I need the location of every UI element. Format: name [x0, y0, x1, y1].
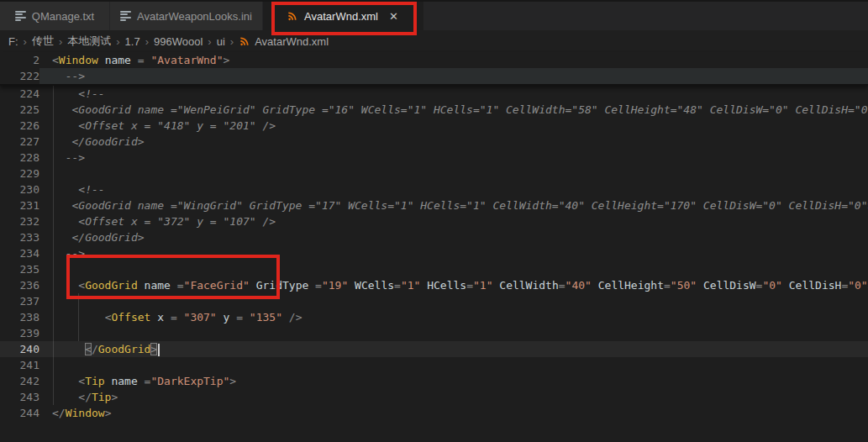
line-content[interactable]: </Tip>: [39, 389, 868, 405]
breadcrumb-item[interactable]: 1.7: [125, 35, 140, 48]
code-token: name: [105, 54, 131, 66]
tab-avatarwnd-xml[interactable]: AvatarWnd.xml✕: [263, 2, 424, 30]
code-token: >: [111, 391, 118, 403]
line-content[interactable]: <Offset x = "372" y = "107" />: [39, 213, 868, 229]
chevron-right-icon: ›: [207, 35, 212, 48]
code-token: x: [157, 311, 164, 324]
line-content[interactable]: [39, 293, 868, 309]
line-content[interactable]: [39, 261, 868, 277]
xml-file-icon: [239, 35, 250, 47]
line-content[interactable]: [39, 325, 868, 341]
line-content[interactable]: <Window name = "AvatarWnd">: [39, 52, 868, 68]
code-token: >: [105, 407, 112, 419]
code-token: </: [52, 407, 66, 419]
code-token: "19": [322, 279, 348, 292]
line-content[interactable]: </GoodGrid>: [39, 229, 868, 245]
code-token: Window: [66, 407, 105, 419]
tab-qmanage-txt[interactable]: QManage.txt: [0, 2, 110, 30]
breadcrumb-item-label: ui: [217, 35, 225, 48]
code-line-237: 237: [0, 293, 868, 309]
line-content[interactable]: <!--: [39, 86, 868, 102]
code-token: [250, 279, 256, 292]
line-content[interactable]: <Offset x = "418" y = "201" />: [39, 118, 868, 134]
breadcrumb-item[interactable]: 996Woool: [154, 35, 203, 48]
comment-text: -->: [52, 151, 85, 164]
tab-avatarweaponlooks-ini[interactable]: AvatarWeaponLooks.ini: [110, 2, 263, 30]
line-content[interactable]: <GoodGrid name ="FaceGrid" GridType ="19…: [39, 277, 868, 293]
code-token: /: [92, 343, 98, 355]
line-number: 240: [0, 341, 39, 357]
line-content[interactable]: -->: [39, 150, 868, 166]
line-number: 238: [0, 309, 39, 325]
code-token: />: [282, 311, 302, 324]
code-token: "0": [762, 279, 781, 292]
line-number: 222: [0, 68, 39, 84]
chevron-right-icon: ›: [115, 35, 120, 48]
line-content[interactable]: <!--: [39, 182, 868, 197]
line-content[interactable]: [39, 166, 868, 182]
line-content[interactable]: -->: [39, 245, 868, 261]
breadcrumb-item[interactable]: F:: [8, 35, 18, 48]
code-token: [98, 54, 105, 66]
code-line-231: 231 <GoodGrid name ="WingGrid" GridType …: [0, 197, 868, 213]
code-token: HCells: [427, 279, 466, 292]
code-token: =: [229, 311, 249, 324]
code-token: [52, 375, 78, 387]
code-token: CellWidth: [499, 279, 558, 292]
comment-text: <Offset x = "372" y = "107" />: [52, 215, 276, 228]
line-number: 243: [0, 389, 39, 405]
code-token: [52, 343, 85, 355]
line-content[interactable]: <GoodGrid name ="WingGrid" GridType ="17…: [39, 197, 868, 213]
code-token: Tip: [92, 391, 111, 403]
xml-file-icon: [287, 10, 298, 22]
code-token: =: [559, 279, 566, 292]
code-line-243: 243 </Tip>: [0, 389, 868, 405]
code-token: <: [78, 279, 85, 292]
code-token: "1": [401, 279, 420, 292]
breadcrumb-item[interactable]: ui: [217, 35, 225, 48]
tab-label: AvatarWnd.xml: [304, 10, 378, 23]
bracket-match: <: [85, 343, 92, 355]
comment-text: <!--: [52, 183, 105, 196]
comment-text: <!--: [52, 87, 105, 100]
code-token: GridType: [256, 279, 309, 292]
line-content[interactable]: <Offset x = "307" y = "135" />: [39, 309, 868, 325]
breadcrumb-item-label: 传世: [32, 34, 54, 47]
line-number: 226: [0, 118, 39, 134]
breadcrumb-item[interactable]: 本地测试: [67, 34, 111, 49]
line-number: 237: [0, 293, 39, 309]
line-content[interactable]: <GoodGrid name ="WenPeiGrid" GridType ="…: [39, 102, 868, 118]
chevron-right-icon: ›: [23, 35, 28, 48]
line-content[interactable]: </GoodGrid>: [39, 134, 868, 150]
line-content[interactable]: </GoodGrid>: [39, 341, 868, 357]
line-content[interactable]: [39, 357, 868, 373]
code-line-226: 226 <Offset x = "418" y = "201" />: [0, 118, 868, 134]
code-line-230: 230 <!--: [0, 182, 868, 197]
comment-text: <GoodGrid name ="WingGrid" GridType ="17…: [52, 199, 868, 212]
line-content[interactable]: </Window>: [39, 405, 868, 421]
breadcrumb-item[interactable]: AvatarWnd.xml: [239, 35, 329, 48]
comment-text: <Offset x = "418" y = "201" />: [52, 119, 276, 132]
code-line-241: 241: [0, 357, 868, 373]
code-line-227: 227 </GoodGrid>: [0, 134, 868, 150]
code-token: [782, 279, 789, 292]
code-line-239: 239: [0, 325, 868, 341]
code-line-2: 2<Window name = "AvatarWnd">: [0, 52, 868, 68]
line-content[interactable]: <Tip name ="DarkExpTip">: [39, 373, 868, 389]
code-lines: 224 <!--225 <GoodGrid name ="WenPeiGrid"…: [0, 86, 868, 421]
breadcrumb-item[interactable]: 传世: [32, 34, 54, 49]
line-number: 230: [0, 182, 39, 197]
code-token: "135": [250, 311, 282, 324]
code-token: <: [52, 54, 59, 66]
code-line-244: 244</Window>: [0, 405, 868, 421]
line-number: 239: [0, 325, 39, 341]
close-icon[interactable]: ✕: [387, 10, 400, 23]
code-token: =: [138, 375, 151, 387]
comment-text: -->: [52, 247, 85, 260]
code-line-222: 222 -->: [0, 68, 868, 84]
code-token: [217, 311, 224, 324]
code-editor[interactable]: 2<Window name = "AvatarWnd">222 --> 224 …: [0, 52, 868, 421]
line-content[interactable]: -->: [39, 68, 868, 84]
tab-label: QManage.txt: [32, 10, 94, 23]
breadcrumb-item-label: 996Woool: [154, 35, 203, 48]
